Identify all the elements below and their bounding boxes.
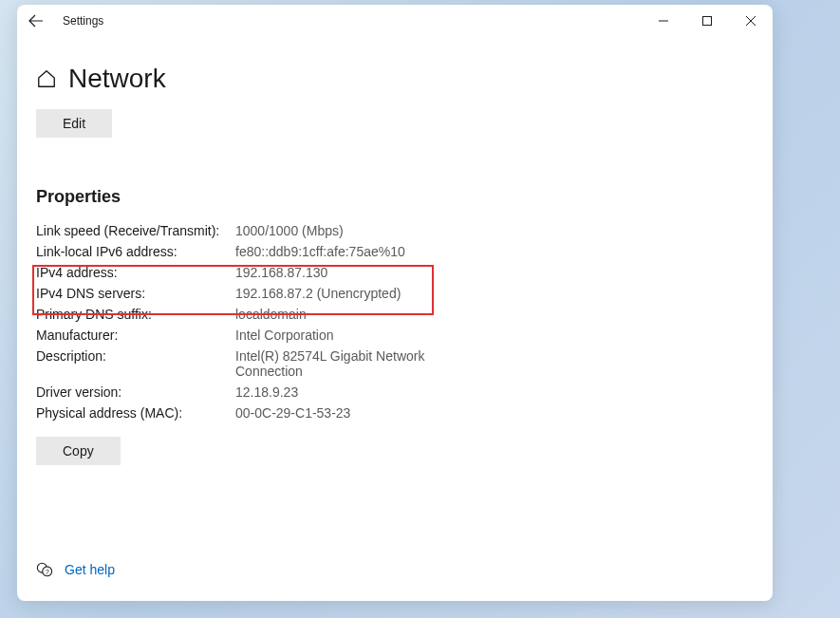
property-value: Intel(R) 82574L Gigabit Network Connecti… (235, 348, 454, 379)
content-area: Network Edit Properties Link speed (Rece… (17, 37, 773, 601)
property-label: Driver version: (36, 384, 235, 400)
property-row: Manufacturer: Intel Corporation (36, 325, 754, 346)
svg-text:?: ? (46, 568, 49, 576)
window-controls (642, 6, 773, 36)
property-value: fe80::ddb9:1cff:afe:75ae%10 (235, 244, 405, 259)
property-value: 1000/1000 (Mbps) (235, 223, 344, 238)
page-title: Network (68, 64, 166, 94)
svg-rect-1 (703, 17, 712, 26)
property-row: Link speed (Receive/Transmit): 1000/1000… (36, 220, 754, 241)
property-value: Intel Corporation (235, 328, 334, 343)
property-row: Primary DNS suffix: localdomain (36, 304, 754, 325)
maximize-icon (702, 16, 712, 26)
copy-button[interactable]: Copy (36, 437, 121, 465)
property-label: IPv4 DNS servers: (36, 286, 235, 301)
get-help-link[interactable]: Get help (65, 562, 115, 577)
maximize-button[interactable] (685, 6, 729, 36)
titlebar: Settings (17, 5, 773, 37)
property-value: 192.168.87.2 (Unencrypted) (235, 286, 401, 301)
home-icon (36, 68, 57, 89)
property-row: Driver version: 12.18.9.23 (36, 382, 754, 403)
window-title: Settings (63, 14, 103, 28)
edit-button[interactable]: Edit (36, 109, 112, 138)
minimize-button[interactable] (642, 6, 685, 36)
property-row: Link-local IPv6 address: fe80::ddb9:1cff… (36, 241, 754, 262)
arrow-left-icon (28, 13, 44, 28)
page-header: Network (36, 64, 754, 94)
close-button[interactable] (729, 6, 773, 36)
property-value: 12.18.9.23 (235, 384, 298, 400)
property-row: IPv4 address: 192.168.87.130 (36, 262, 754, 283)
help-icon: ? (36, 561, 53, 578)
property-value: localdomain (235, 307, 307, 322)
back-button[interactable] (17, 5, 55, 37)
settings-window: Settings (17, 5, 773, 601)
property-label: Link-local IPv6 address: (36, 244, 235, 259)
property-value: 00-0C-29-C1-53-23 (235, 405, 350, 421)
help-row: ? Get help (36, 542, 754, 578)
property-row: Description: Intel(R) 82574L Gigabit Net… (36, 346, 754, 382)
property-label: Link speed (Receive/Transmit): (36, 223, 235, 238)
property-label: IPv4 address: (36, 265, 235, 280)
property-value: 192.168.87.130 (235, 265, 327, 280)
property-label: Physical address (MAC): (36, 405, 235, 421)
minimize-icon (659, 16, 668, 26)
property-row: IPv4 DNS servers: 192.168.87.2 (Unencryp… (36, 283, 754, 304)
close-icon (746, 16, 756, 26)
property-label: Description: (36, 348, 235, 364)
properties-table: Link speed (Receive/Transmit): 1000/1000… (36, 220, 754, 423)
property-row: Physical address (MAC): 00-0C-29-C1-53-2… (36, 403, 754, 423)
property-label: Primary DNS suffix: (36, 307, 235, 322)
property-label: Manufacturer: (36, 328, 235, 343)
properties-title: Properties (36, 187, 754, 207)
